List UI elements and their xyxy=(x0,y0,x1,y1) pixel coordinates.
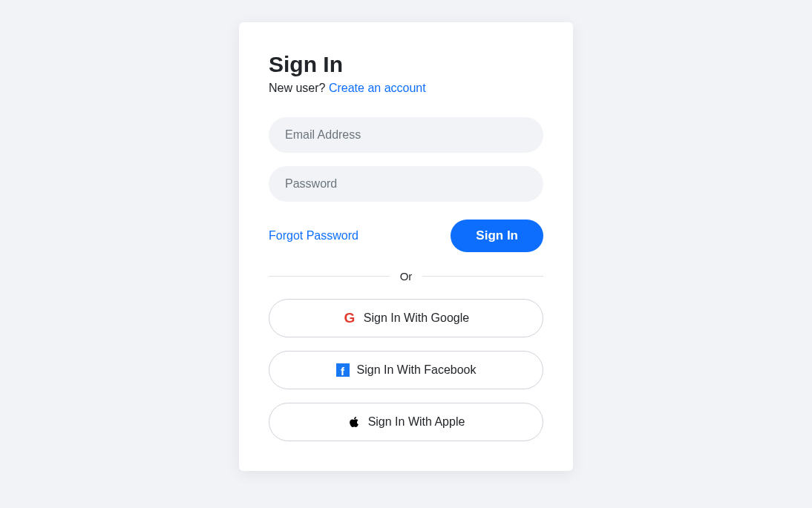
forgot-password-link[interactable]: Forgot Password xyxy=(269,229,358,243)
facebook-signin-button[interactable]: f Sign In With Facebook xyxy=(269,351,543,389)
google-signin-label: Sign In With Google xyxy=(364,311,469,325)
apple-signin-label: Sign In With Apple xyxy=(368,415,465,429)
divider-line-right xyxy=(422,276,543,277)
subtitle: New user? Create an account xyxy=(269,82,543,95)
facebook-icon: f xyxy=(336,363,350,377)
divider: Or xyxy=(269,270,543,283)
create-account-link[interactable]: Create an account xyxy=(329,82,426,94)
page-title: Sign In xyxy=(269,52,543,77)
password-input[interactable] xyxy=(269,166,543,202)
apple-icon xyxy=(347,415,361,429)
google-signin-button[interactable]: G Sign In With Google xyxy=(269,299,543,337)
divider-line-left xyxy=(269,276,390,277)
email-input[interactable] xyxy=(269,117,543,153)
apple-signin-button[interactable]: Sign In With Apple xyxy=(269,403,543,441)
new-user-text: New user? xyxy=(269,82,329,94)
actions-row: Forgot Password Sign In xyxy=(269,220,543,252)
signin-card: Sign In New user? Create an account Forg… xyxy=(239,22,573,471)
facebook-signin-label: Sign In With Facebook xyxy=(357,363,477,377)
divider-text: Or xyxy=(390,270,423,283)
signin-button[interactable]: Sign In xyxy=(451,220,543,252)
google-icon: G xyxy=(343,311,356,325)
